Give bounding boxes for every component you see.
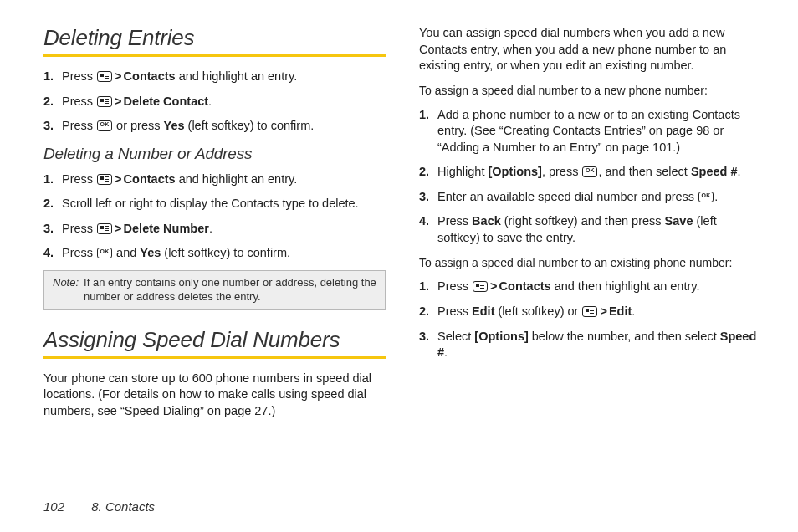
ok-key-icon — [97, 120, 112, 131]
new-number-steps: 1. Add a phone number to a new or to an … — [419, 107, 761, 247]
step-item: 2. Press >Delete Contact. — [59, 94, 386, 110]
bold-text: Delete Number — [124, 222, 209, 235]
step-item: 2. Highlight [Options], press , and then… — [434, 164, 761, 181]
step-text: . — [632, 304, 635, 318]
bold-text: Yes — [140, 246, 161, 259]
step-text: Press — [62, 95, 96, 108]
heading-assigning-speed-dial: Assigning Speed Dial Numbers — [43, 327, 386, 353]
step-text: (left softkey) to confirm. — [161, 246, 290, 259]
step-number: 2. — [43, 94, 54, 110]
bold-text: Contacts — [124, 69, 176, 83]
chapter-label: 8. Contacts — [91, 499, 155, 514]
page-footer: 102 8. Contacts — [43, 499, 155, 514]
bold-text: Edit — [609, 304, 632, 318]
step-text: Highlight — [437, 165, 488, 178]
step-text: and highlight an entry. — [176, 172, 298, 186]
step-number: 2. — [419, 164, 429, 181]
page-number: 102 — [43, 499, 64, 514]
step-text: and — [113, 246, 140, 259]
step-number: 1. — [419, 279, 429, 295]
step-number: 1. — [43, 69, 54, 85]
step-text: Select — [437, 330, 474, 343]
step-item: 4. Press and Yes (left softkey) to confi… — [59, 245, 386, 262]
step-text: . — [737, 165, 740, 178]
bold-text: Edit — [472, 304, 494, 318]
step-item: 2. Press Edit (left softkey) or >Edit. — [434, 304, 761, 320]
menu-key-icon — [97, 223, 112, 234]
step-number: 2. — [419, 304, 429, 320]
bold-text: [Options] — [474, 330, 528, 343]
step-number: 3. — [419, 189, 429, 206]
menu-key-icon — [473, 281, 488, 292]
bold-text: Contacts — [499, 279, 551, 293]
step-item: 3. Enter an available speed dial number … — [434, 189, 761, 206]
step-text: . — [208, 95, 212, 108]
two-column-layout: Deleting Entries 1. Press >Contacts and … — [43, 25, 761, 494]
step-text: Press — [62, 119, 96, 132]
step-text: Press — [62, 222, 96, 235]
step-item: 3. Press or press Yes (left softkey) to … — [59, 118, 386, 135]
menu-key-icon — [97, 174, 112, 185]
bold-text: Contacts — [124, 172, 176, 186]
menu-key-icon — [97, 96, 112, 107]
heading-deleting-number-address: Deleting a Number or Address — [43, 145, 386, 163]
step-text: Press — [62, 246, 96, 259]
note-box: Note: If an entry contains only one numb… — [43, 270, 386, 310]
bold-text: Delete Contact — [124, 95, 209, 108]
bold-text: [Options] — [488, 165, 541, 178]
paragraph: You can assign speed dial numbers when y… — [419, 25, 761, 74]
step-text: . — [209, 222, 212, 235]
step-text: Add a phone number to a new or to an exi… — [437, 108, 740, 154]
deleting-entries-steps: 1. Press >Contacts and highlight an entr… — [43, 69, 386, 135]
step-text: Enter an available speed dial number and… — [437, 190, 698, 203]
gt-icon: > — [490, 279, 497, 293]
heading-rule — [43, 356, 386, 359]
step-item: 4. Press Back (right softkey) and then p… — [434, 213, 761, 246]
step-number: 1. — [419, 107, 429, 124]
gt-icon: > — [600, 304, 606, 318]
step-item: 1. Press >Contacts and highlight an entr… — [59, 69, 386, 85]
paragraph: Your phone can store up to 600 phone num… — [43, 371, 386, 420]
step-item: 1. Press >Contacts and highlight an entr… — [59, 171, 386, 188]
step-item: 3. Press >Delete Number. — [59, 221, 386, 238]
step-item: 2. Scroll left or right to display the C… — [59, 196, 386, 212]
right-column: You can assign speed dial numbers when y… — [419, 25, 761, 494]
bold-text: Yes — [164, 119, 185, 132]
gt-icon: > — [115, 172, 121, 186]
deleting-number-steps: 1. Press >Contacts and highlight an entr… — [43, 171, 386, 262]
step-number: 4. — [43, 245, 54, 262]
step-number: 3. — [43, 118, 54, 135]
step-text: (left softkey) or — [494, 304, 581, 318]
step-number: 4. — [419, 213, 429, 230]
step-text: Press — [62, 69, 96, 83]
step-text: (right softkey) and then press — [501, 214, 665, 228]
menu-key-icon — [97, 71, 112, 82]
step-text: below the number, and then select — [529, 330, 720, 343]
step-text: Press — [437, 304, 472, 318]
step-item: 1. Add a phone number to a new or to an … — [434, 107, 761, 156]
note-label: Note: — [53, 276, 79, 304]
step-number: 3. — [419, 329, 429, 345]
ok-key-icon — [97, 248, 112, 258]
lead-text: To assign a speed dial number to a new p… — [419, 83, 761, 99]
menu-key-icon — [582, 306, 597, 317]
note-text: If an entry contains only one number or … — [84, 276, 376, 304]
existing-number-steps: 1. Press >Contacts and then highlight an… — [419, 279, 761, 361]
step-text: . — [444, 345, 448, 359]
manual-page: Deleting Entries 1. Press >Contacts and … — [0, 0, 798, 532]
step-number: 1. — [43, 171, 54, 188]
bold-text: Back — [472, 214, 501, 228]
step-text: . — [714, 190, 718, 203]
step-text: and highlight an entry. — [176, 69, 298, 83]
step-text: Press — [437, 214, 472, 228]
left-column: Deleting Entries 1. Press >Contacts and … — [43, 25, 386, 494]
step-number: 2. — [43, 196, 54, 212]
bold-text: Save — [665, 214, 693, 228]
gt-icon: > — [115, 69, 121, 83]
step-item: 3. Select [Options] below the number, an… — [434, 329, 761, 361]
bold-text: Speed # — [691, 165, 738, 178]
heading-rule — [43, 54, 386, 57]
step-text: and then highlight an entry. — [551, 279, 700, 293]
step-text: Press — [437, 279, 472, 293]
step-text: Press — [62, 172, 96, 186]
